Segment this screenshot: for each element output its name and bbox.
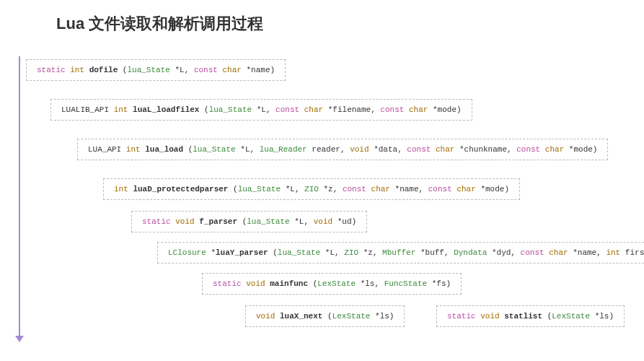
code-token: int <box>126 145 141 154</box>
code-token: char <box>436 145 454 154</box>
timeline-arrow-head <box>15 336 24 342</box>
code-token: LUALIB_API <box>61 105 109 114</box>
code-token: lua_State <box>247 217 289 226</box>
code-token: *z, <box>358 248 382 257</box>
code-token: FuncState <box>384 279 427 288</box>
code-token: ( <box>118 66 127 74</box>
code-token: statlist <box>504 312 542 321</box>
callstack-box-protparser: int luaD_protectedparser (lua_State *L, … <box>103 178 520 200</box>
code-token: void <box>175 217 194 226</box>
timeline-arrow-line <box>19 56 20 339</box>
code-token: const <box>343 185 366 193</box>
code-token: luaL_loadfilex <box>133 105 199 114</box>
code-token <box>540 145 545 154</box>
code-token: char <box>545 145 564 154</box>
code-token: Dyndata <box>454 248 487 257</box>
code-token: *z, <box>319 185 343 193</box>
code-token: *filename, <box>323 105 380 114</box>
code-token: ZIO <box>344 248 358 257</box>
code-token <box>404 105 409 114</box>
code-token: ( <box>183 145 193 154</box>
code-token: *L, <box>320 248 344 257</box>
code-token: void <box>480 312 499 321</box>
code-token: f_parser <box>199 217 237 226</box>
code-token: const <box>516 145 540 154</box>
code-token: lua_State <box>238 185 281 193</box>
code-token: *name, <box>568 248 606 257</box>
code-token: const <box>428 185 452 193</box>
code-token <box>431 145 436 154</box>
code-token: *ls, <box>356 279 384 288</box>
code-token: ( <box>237 217 247 226</box>
code-token: ( <box>308 279 317 288</box>
code-token: luaD_protectedparser <box>133 185 228 193</box>
code-token: const <box>194 66 218 74</box>
code-token: Mbuffer <box>382 248 415 257</box>
code-token: luaY_parser <box>216 248 268 257</box>
code-token: static <box>213 279 242 288</box>
code-token: int <box>114 185 128 193</box>
code-token: *dyd, <box>487 248 520 257</box>
code-token <box>299 105 304 114</box>
code-token: void <box>350 145 369 154</box>
code-token: const <box>275 105 299 114</box>
code-token: *fs) <box>427 279 451 288</box>
code-token: ( <box>268 248 278 257</box>
code-token: dofile <box>89 66 118 74</box>
code-token: *mode) <box>428 105 461 114</box>
code-token: lua_load <box>145 145 183 154</box>
code-token: *L, <box>170 66 194 74</box>
callstack-box-luayparser: LClosure *luaY_parser (lua_State *L, ZIO… <box>157 242 644 264</box>
code-token: *L, <box>281 185 304 193</box>
code-token: *ud) <box>332 217 356 226</box>
code-token: char <box>456 185 475 193</box>
code-token: void <box>314 217 332 226</box>
code-token: lua_State <box>209 105 252 114</box>
code-token: *mode) <box>564 145 597 154</box>
code-token: *name, <box>390 185 428 193</box>
callstack-box-luaload: LUA_API int lua_load (lua_State *L, lua_… <box>77 139 608 160</box>
code-token <box>84 66 89 74</box>
callstack-box-fparser: static void f_parser (lua_State *L, void… <box>131 211 367 232</box>
code-token: lua_State <box>127 66 169 74</box>
code-token: ( <box>322 312 332 321</box>
code-token: reader, <box>307 145 350 154</box>
code-token: char <box>304 105 323 114</box>
code-token: lua_State <box>278 248 320 257</box>
code-token <box>366 185 371 193</box>
code-token: *L, <box>290 217 314 226</box>
code-token <box>218 66 223 74</box>
code-token: *ls) <box>370 312 394 321</box>
code-token <box>121 145 126 154</box>
code-token: luaX_next <box>280 312 322 321</box>
code-token: *mode) <box>476 185 509 193</box>
callstack-box-statlist: static void statlist (LexState *ls) <box>436 305 625 327</box>
code-token: static <box>37 66 66 74</box>
code-token: LClosure <box>168 248 206 257</box>
code-token: char <box>223 66 242 74</box>
code-token: *L, <box>252 105 275 114</box>
code-token: static <box>142 217 171 226</box>
code-token: lua_Reader <box>260 145 307 154</box>
callstack-box-mainfunc: static void mainfunc (LexState *ls, Func… <box>202 273 462 295</box>
code-token: firstchar) <box>620 248 644 257</box>
code-token: void <box>246 279 265 288</box>
code-token: int <box>114 105 128 114</box>
code-token: *name) <box>242 66 275 74</box>
code-token: ( <box>199 105 208 114</box>
code-token: char <box>549 248 568 257</box>
callstack-box-loadfilex: LUALIB_API int luaL_loadfilex (lua_State… <box>50 99 472 121</box>
code-token: lua_State <box>193 145 235 154</box>
code-token: char <box>371 185 390 193</box>
code-token: int <box>70 66 84 74</box>
code-token: ZIO <box>304 185 319 193</box>
callstack-box-luaxnext: void luaX_next (LexState *ls) <box>245 305 405 327</box>
code-token: mainfunc <box>270 279 308 288</box>
code-token: LexState <box>317 279 356 288</box>
code-token: *L, <box>236 145 260 154</box>
code-token: char <box>409 105 428 114</box>
code-token: *chunkname, <box>454 145 516 154</box>
callstack-box-dofile: static int dofile (lua_State *L, const c… <box>26 59 286 81</box>
code-token: ( <box>542 312 552 321</box>
code-token: *ls) <box>590 312 614 321</box>
